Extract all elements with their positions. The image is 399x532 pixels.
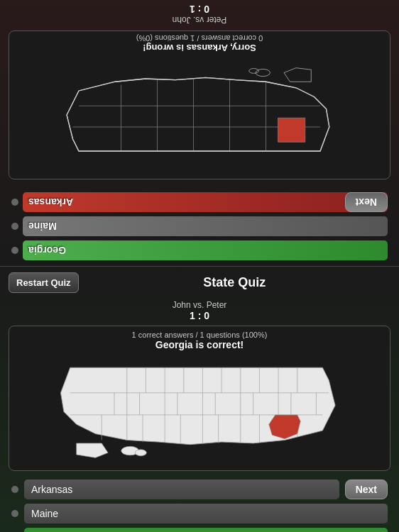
answer-row-maine[interactable]: Maine	[11, 216, 388, 236]
answer-label-georgia: Georgia	[28, 245, 66, 256]
bottom-score-numbers: 1 : 0	[0, 310, 399, 321]
top-answer-bars: Georgia Maine Arkansas	[0, 185, 399, 266]
svg-rect-0	[43, 55, 356, 176]
answer-bar-maine[interactable]: Maine	[23, 216, 388, 236]
answer-options: Arkansas Next Maine Georgia	[0, 475, 399, 532]
top-map-container: Sorry, Arkansas is wrong! 0 correct answ…	[9, 31, 390, 179]
option-bar-maine[interactable]: Maine	[24, 504, 388, 523]
bottom-score-section: John vs. Peter 1 : 0	[0, 300, 399, 321]
top-map-caption: Sorry, Arkansas is wrong!	[143, 43, 256, 54]
option-label-arkansas: Arkansas	[31, 484, 72, 495]
answer-label-arkansas: Arkansas	[28, 196, 73, 208]
top-map-subcaption: 0 correct answers / 1 questions (0%)	[136, 35, 263, 43]
option-bar-georgia[interactable]: Georgia	[24, 528, 388, 532]
answer-dot-maine	[11, 223, 18, 230]
quiz-title: State Quiz	[79, 275, 390, 290]
top-map-svg	[9, 55, 390, 176]
svg-point-37	[135, 450, 146, 456]
answer-label-maine: Maine	[28, 221, 57, 232]
option-row-arkansas[interactable]: Arkansas Next	[11, 480, 388, 499]
next-button-top[interactable]: Next	[345, 192, 388, 212]
bottom-half-panel: Restart Quiz State Quiz John vs. Peter 1…	[0, 267, 399, 532]
top-score: Peter vs. John 0 : 1	[0, 4, 399, 25]
option-label-maine: Maine	[31, 508, 58, 519]
restart-button[interactable]: Restart Quiz	[9, 272, 79, 293]
option-dot-arkansas	[11, 486, 18, 493]
option-row-georgia[interactable]: Georgia	[11, 528, 388, 532]
answer-bar-arkansas[interactable]: Arkansas	[23, 192, 388, 212]
answer-dot-arkansas	[11, 199, 18, 206]
bottom-map-main-text: Georgia is correct!	[155, 339, 244, 350]
top-half-panel: Georgia Maine Arkansas Next	[0, 0, 399, 266]
option-bar-arkansas[interactable]: Arkansas	[24, 480, 339, 499]
bottom-score-players: John vs. Peter	[0, 300, 399, 310]
top-score-numbers: 0 : 1	[0, 4, 399, 15]
option-dot-maine	[11, 510, 18, 517]
top-score-players: Peter vs. John	[0, 15, 399, 25]
answer-bar-georgia[interactable]: Georgia	[23, 240, 388, 260]
bottom-map-container: 1 correct answers / 1 questions (100%) G…	[9, 326, 390, 471]
next-button-bottom[interactable]: Next	[345, 480, 388, 499]
bottom-map-top-text: 1 correct answers / 1 questions (100%)	[132, 331, 268, 339]
bottom-header: Restart Quiz State Quiz	[0, 267, 399, 299]
answer-row-georgia[interactable]: Georgia	[11, 240, 388, 260]
option-row-maine[interactable]: Maine	[11, 504, 388, 523]
bottom-map-svg	[9, 352, 390, 465]
answer-row-arkansas[interactable]: Arkansas	[11, 192, 388, 212]
answer-dot-georgia	[11, 247, 18, 254]
